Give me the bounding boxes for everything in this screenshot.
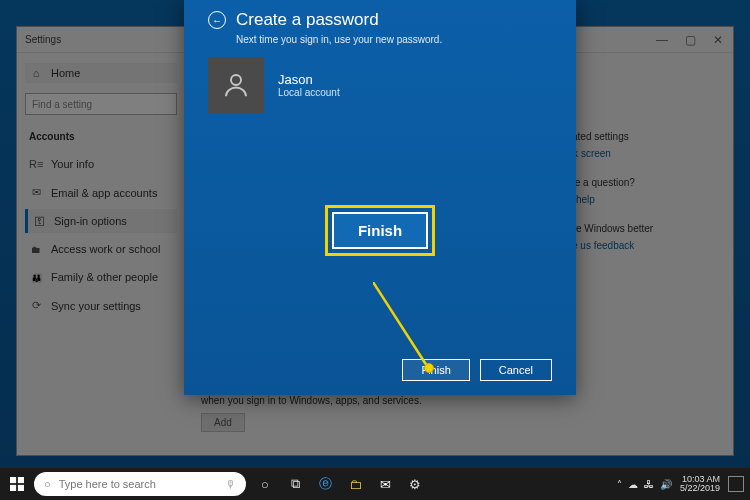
taskbar: ○ Type here to search 🎙 ○ ⧉ ⓔ 🗀 ✉ ⚙ ˄ ☁ … (0, 468, 750, 500)
edge-icon[interactable]: ⓔ (316, 475, 334, 493)
avatar (208, 57, 264, 113)
svg-rect-5 (18, 485, 24, 491)
clock-date: 5/22/2019 (680, 484, 720, 493)
taskbar-clock[interactable]: 10:03 AM 5/22/2019 (680, 475, 720, 494)
callout-dot (424, 363, 434, 373)
start-button[interactable] (0, 477, 34, 491)
create-password-dialog: ← Create a password Next time you sign i… (184, 0, 576, 395)
dialog-subtitle: Next time you sign in, use your new pass… (236, 34, 552, 45)
svg-point-0 (231, 75, 241, 85)
mail-app-icon[interactable]: ✉ (376, 477, 394, 492)
account-info: Jason Local account (208, 57, 552, 113)
finish-callout-button: Finish (332, 212, 428, 249)
volume-icon[interactable]: 🔊 (660, 479, 672, 490)
settings-app-icon[interactable]: ⚙ (406, 477, 424, 492)
cancel-button[interactable]: Cancel (480, 359, 552, 381)
svg-rect-3 (18, 477, 24, 483)
windows-icon (10, 477, 24, 491)
tray-chevron-icon[interactable]: ˄ (617, 479, 622, 490)
explorer-icon[interactable]: 🗀 (346, 477, 364, 492)
taskbar-search-placeholder: Type here to search (59, 478, 156, 490)
onedrive-icon[interactable]: ☁ (628, 479, 638, 490)
microphone-icon[interactable]: 🎙 (225, 478, 236, 490)
account-name: Jason (278, 72, 340, 87)
task-view-icon[interactable]: ⧉ (286, 476, 304, 492)
finish-highlight-border: Finish (325, 205, 435, 256)
search-icon: ○ (44, 478, 51, 490)
cortana-icon[interactable]: ○ (256, 477, 274, 492)
action-center-icon[interactable] (728, 476, 744, 492)
back-button[interactable]: ← (208, 11, 226, 29)
account-type: Local account (278, 87, 340, 98)
finish-callout: Finish (325, 205, 435, 256)
network-icon[interactable]: 🖧 (644, 479, 654, 490)
svg-rect-2 (10, 477, 16, 483)
svg-rect-4 (10, 485, 16, 491)
dialog-title: Create a password (236, 10, 379, 30)
finish-button[interactable]: Finish (402, 359, 469, 381)
taskbar-search[interactable]: ○ Type here to search 🎙 (34, 472, 246, 496)
person-icon (221, 70, 251, 100)
